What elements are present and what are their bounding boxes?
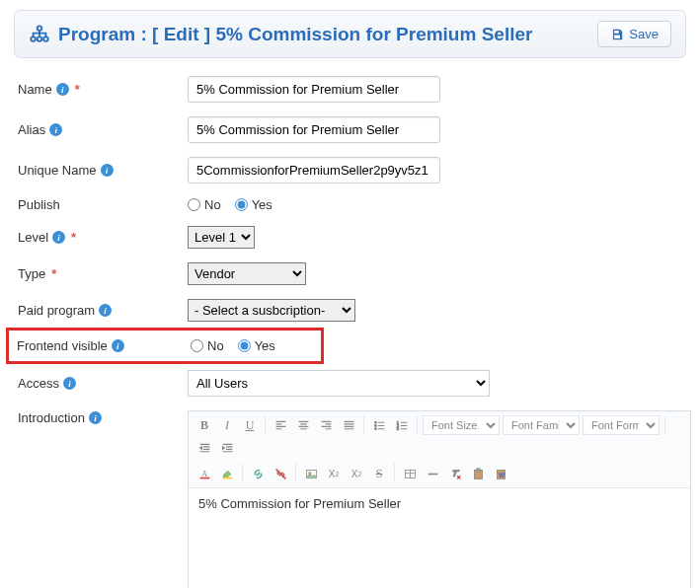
publish-no-radio[interactable]: [188, 198, 200, 211]
label-name: Name i *: [18, 82, 188, 97]
svg-point-5: [374, 424, 376, 426]
level-select[interactable]: Level 1: [188, 226, 255, 249]
required-mark: *: [51, 266, 56, 281]
font-family-select[interactable]: Font Family.: [503, 415, 580, 435]
publish-yes-option[interactable]: Yes: [235, 197, 272, 212]
publish-yes-radio[interactable]: [235, 198, 248, 211]
required-mark: *: [71, 230, 76, 245]
row-intro: Introduction i B I U 123 Font: [18, 410, 682, 588]
row-paid: Paid program i - Select a susbcription-: [18, 299, 682, 322]
hr-button[interactable]: [423, 464, 442, 483]
program-icon: [29, 24, 50, 45]
row-type: Type * Vendor: [18, 262, 682, 285]
font-size-select[interactable]: Font Size...: [423, 415, 500, 435]
label-publish: Publish: [18, 197, 188, 212]
frontend-no-radio[interactable]: [191, 339, 203, 352]
svg-rect-17: [476, 468, 479, 470]
svg-text:3: 3: [396, 426, 399, 431]
svg-point-4: [374, 421, 376, 423]
publish-no-option[interactable]: No: [188, 197, 221, 212]
italic-button[interactable]: I: [217, 415, 237, 435]
info-icon[interactable]: i: [112, 339, 124, 352]
list-ul-button[interactable]: [369, 415, 389, 435]
indent-button[interactable]: [217, 438, 237, 458]
link-button[interactable]: [248, 464, 268, 483]
underline-button[interactable]: U: [240, 415, 260, 435]
align-justify-button[interactable]: [339, 415, 358, 435]
page-header: Program : [ Edit ] 5% Commission for Pre…: [14, 10, 686, 58]
outdent-button[interactable]: [194, 438, 214, 458]
required-mark: *: [75, 82, 80, 97]
edit-label: [ Edit ]: [152, 24, 210, 44]
save-icon: [610, 28, 624, 41]
type-select[interactable]: Vendor: [188, 262, 306, 285]
svg-point-6: [374, 427, 376, 429]
table-button[interactable]: [400, 464, 420, 483]
info-icon[interactable]: i: [49, 123, 62, 136]
strikethrough-button[interactable]: S: [369, 464, 389, 483]
svg-rect-12: [222, 477, 232, 478]
frontend-visible-highlight: Frontend visible i No Yes: [6, 328, 324, 364]
frontend-no-option[interactable]: No: [191, 338, 224, 353]
label-intro: Introduction i: [18, 410, 188, 425]
unlink-button[interactable]: [271, 464, 290, 483]
align-center-button[interactable]: [293, 415, 313, 435]
save-button[interactable]: Save: [597, 21, 671, 47]
label-alias: Alias i: [18, 122, 188, 137]
svg-rect-11: [199, 477, 209, 478]
editor-content[interactable]: 5% Commission for Premium Seller: [189, 488, 690, 588]
frontend-yes-option[interactable]: Yes: [238, 338, 275, 353]
svg-point-3: [43, 37, 48, 41]
row-publish: Publish No Yes: [18, 197, 682, 212]
row-frontend: Frontend visible i No Yes: [17, 338, 317, 353]
image-button[interactable]: [301, 464, 321, 483]
page-title: Program : [ Edit ] 5% Commission for Pre…: [58, 24, 532, 45]
label-level: Level i *: [18, 230, 188, 245]
title-program-name: 5% Commission for Premium Seller: [215, 24, 532, 44]
row-level: Level i * Level 1: [18, 226, 682, 249]
label-type: Type *: [18, 266, 188, 281]
removeformat-button[interactable]: [445, 464, 465, 483]
row-access: Access i All Users: [18, 370, 682, 397]
info-icon[interactable]: i: [101, 164, 114, 177]
forecolor-button[interactable]: A: [194, 464, 214, 483]
svg-point-0: [38, 26, 42, 31]
rich-text-editor: B I U 123 Font Size... Font Family. Font…: [188, 410, 691, 588]
frontend-yes-radio[interactable]: [238, 339, 251, 352]
bold-button[interactable]: B: [194, 415, 214, 435]
subscript-button[interactable]: X2: [324, 464, 344, 483]
row-alias: Alias i: [18, 116, 682, 143]
svg-rect-16: [474, 470, 482, 478]
row-name: Name i *: [18, 76, 682, 103]
paste-button[interactable]: [468, 464, 488, 483]
superscript-button[interactable]: X2: [347, 464, 366, 483]
align-right-button[interactable]: [316, 415, 336, 435]
svg-text:W: W: [499, 471, 506, 478]
row-unique: Unique Name i: [18, 157, 682, 184]
svg-text:A: A: [201, 469, 207, 478]
info-icon[interactable]: i: [63, 377, 76, 390]
backcolor-button[interactable]: [217, 464, 237, 483]
label-paid: Paid program i: [18, 303, 188, 318]
unique-input[interactable]: [188, 157, 440, 184]
info-icon[interactable]: i: [56, 83, 69, 96]
title-prefix: Program :: [58, 24, 147, 44]
align-left-button[interactable]: [271, 415, 290, 435]
name-input[interactable]: [188, 76, 440, 103]
header-title-group: Program : [ Edit ] 5% Commission for Pre…: [29, 24, 532, 45]
label-unique: Unique Name i: [18, 163, 188, 178]
list-ol-button[interactable]: 123: [392, 415, 412, 435]
info-icon[interactable]: i: [99, 304, 112, 317]
font-format-select[interactable]: Font Format: [583, 415, 660, 435]
program-form: Name i * Alias i Unique Name i Publish N: [14, 76, 686, 588]
editor-toolbar: B I U 123 Font Size... Font Family. Font…: [189, 411, 690, 488]
svg-point-2: [38, 37, 42, 41]
save-label: Save: [629, 27, 659, 41]
info-icon[interactable]: i: [89, 411, 102, 424]
paste-word-button[interactable]: W: [491, 464, 510, 483]
paid-select[interactable]: - Select a susbcription-: [188, 299, 355, 322]
info-icon[interactable]: i: [52, 231, 65, 244]
alias-input[interactable]: [188, 116, 440, 143]
label-frontend: Frontend visible i: [17, 338, 191, 353]
access-select[interactable]: All Users: [188, 370, 490, 397]
